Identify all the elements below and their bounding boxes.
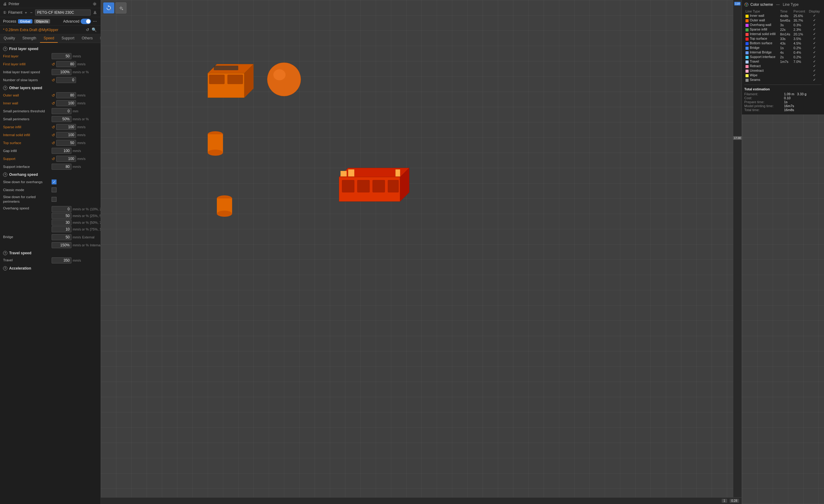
- filament-add-button[interactable]: +: [24, 10, 28, 16]
- tab-speed[interactable]: Speed: [40, 34, 58, 43]
- tab-support[interactable]: Support: [58, 34, 78, 43]
- param-unit-outer-wall: mm/s: [77, 93, 86, 97]
- param-input-overhang-3[interactable]: [51, 220, 72, 226]
- color-table-row: Bottom surface 43s 4.5% ✓: [744, 41, 822, 45]
- total-label-model-print: Model printing time:: [744, 104, 781, 108]
- param-unit-bridge-external: mm/s: [73, 235, 81, 239]
- param-input-initial-layer-travel[interactable]: [51, 69, 72, 75]
- color-cell-display[interactable]: ✓: [807, 78, 822, 82]
- color-cell-display[interactable]: ✓: [807, 64, 822, 69]
- objects-badge[interactable]: Objects: [34, 19, 50, 23]
- color-cell-display[interactable]: ✓: [807, 32, 822, 36]
- total-val-prepare: 1s: [784, 100, 788, 104]
- filament-profile-input[interactable]: [35, 9, 91, 16]
- checkbox-slow-down-curled[interactable]: [51, 197, 57, 202]
- param-input-outer-wall[interactable]: [56, 92, 76, 98]
- color-dot: [745, 65, 748, 68]
- param-input-internal-solid-infill[interactable]: [56, 132, 76, 138]
- section-travel-speed: ? Travel speed: [0, 249, 100, 256]
- advanced-toggle-switch[interactable]: [81, 19, 91, 24]
- param-input-first-layer-infill[interactable]: [56, 61, 76, 67]
- color-cell-display[interactable]: ✓: [807, 54, 822, 59]
- param-initial-layer-travel: Initial layer travel speed mm/s or %: [0, 68, 100, 76]
- spin-icon-internal-solid-infill[interactable]: ↺: [51, 133, 55, 137]
- param-input-support-interface[interactable]: [51, 164, 72, 170]
- profile-search-button[interactable]: 🔍: [91, 27, 97, 33]
- object-cylinder-1[interactable]: [208, 131, 223, 156]
- printer-settings-button[interactable]: [92, 1, 97, 7]
- param-input-small-perimeters[interactable]: [51, 116, 72, 122]
- color-cell-display[interactable]: ✓: [807, 18, 822, 23]
- param-input-overhang-4[interactable]: [51, 226, 72, 232]
- color-table-row: Sparse infill 22s 2.3% ✓: [744, 27, 822, 32]
- param-label-support: Support: [3, 157, 50, 161]
- color-table-body: Inner wall 4m8s 25.6% ✓ Outer wall 5m45s…: [744, 13, 822, 82]
- advanced-toggle: Advanced ⋯: [63, 18, 97, 24]
- global-badge[interactable]: Global: [18, 19, 32, 23]
- object-1[interactable]: [208, 64, 253, 98]
- color-cell-display[interactable]: ✓: [807, 36, 822, 41]
- param-input-sparse-infill[interactable]: [56, 124, 76, 130]
- color-cell-percent: 0.2%: [792, 45, 807, 50]
- color-cell-display[interactable]: ✓: [807, 13, 822, 18]
- color-table-row: Seams ✓: [744, 78, 822, 82]
- tab-others[interactable]: Others: [78, 34, 96, 43]
- color-cell-display[interactable]: ✓: [807, 50, 822, 54]
- color-cell-name: Inner wall: [744, 13, 779, 18]
- settings-scroll-area: ? First layer speed First layer mm/s Fir…: [0, 43, 100, 504]
- tab-quality[interactable]: Quality: [0, 34, 19, 43]
- color-cell-display[interactable]: ✓: [807, 59, 822, 64]
- object-2[interactable]: [339, 168, 409, 202]
- spin-icon-inner-wall[interactable]: ↺: [51, 101, 55, 106]
- param-input-small-perimeters-threshold[interactable]: [51, 108, 72, 114]
- color-cell-name: Internal solid infill: [744, 32, 779, 36]
- profile-reset-button[interactable]: ↺: [85, 27, 90, 33]
- param-input-bridge-external[interactable]: [51, 234, 72, 240]
- ruler-bottom-value: 17.00: [733, 136, 742, 140]
- color-cell-percent: 7.0%: [792, 59, 807, 64]
- spin-icon-sparse-infill[interactable]: ↺: [51, 125, 55, 129]
- section-icon-other-layers: ?: [3, 86, 7, 90]
- color-cell-display[interactable]: ✓: [807, 41, 822, 45]
- checkbox-classic-mode[interactable]: [51, 187, 57, 192]
- process-extra-button[interactable]: ⋯: [92, 18, 97, 24]
- color-cell-display[interactable]: ✓: [807, 45, 822, 50]
- param-unit-gap-infill: mm/s: [73, 149, 81, 153]
- spin-icon-support[interactable]: ↺: [51, 157, 55, 161]
- param-input-gap-infill[interactable]: [51, 148, 72, 154]
- checkbox-slow-down-overhangs[interactable]: [51, 179, 57, 184]
- filament-remove-button[interactable]: −: [30, 10, 33, 16]
- param-input-first-layer[interactable]: [51, 53, 72, 59]
- param-first-layer: First layer mm/s: [0, 52, 100, 60]
- param-input-top-surface[interactable]: [56, 140, 76, 146]
- filament-settings-button[interactable]: [93, 10, 97, 15]
- param-input-overhang-1[interactable]: [51, 206, 72, 212]
- color-table-row: Internal Bridge 4s 0.4% ✓: [744, 50, 822, 54]
- overhang-speed-row-1: mm/s or % (10%, 25%): [51, 206, 100, 212]
- param-input-bridge-internal[interactable]: [51, 242, 72, 248]
- total-val-total: 16m8s: [784, 108, 794, 112]
- color-dot: [745, 70, 748, 73]
- param-input-inner-wall[interactable]: [56, 100, 76, 106]
- param-unit-travel: mm/s: [73, 259, 81, 262]
- param-input-num-slow-layers[interactable]: [56, 77, 76, 83]
- param-input-overhang-2[interactable]: [51, 213, 72, 219]
- color-cell-display[interactable]: ✓: [807, 23, 822, 27]
- spin-icon-slow-layers[interactable]: ↺: [51, 78, 55, 83]
- filament-row: ① Filament + −: [0, 8, 100, 17]
- object-sphere[interactable]: [267, 62, 301, 96]
- spin-icon-outer-wall[interactable]: ↺: [51, 93, 55, 98]
- param-input-support[interactable]: [56, 156, 76, 162]
- spin-icon-first-layer-infill[interactable]: ↺: [51, 62, 55, 67]
- color-cell-display[interactable]: ✓: [807, 73, 822, 78]
- color-cell-display[interactable]: ✓: [807, 27, 822, 32]
- section-icon-acceleration: ?: [3, 266, 7, 270]
- color-cell-display[interactable]: ✓: [807, 69, 822, 73]
- tab-strength[interactable]: Strength: [19, 34, 40, 43]
- color-dot: [745, 51, 748, 54]
- param-input-travel[interactable]: [51, 257, 72, 263]
- spin-icon-top-surface[interactable]: ↺: [51, 141, 55, 145]
- object-cylinder-2[interactable]: [217, 196, 232, 217]
- tab-notes[interactable]: Notes: [96, 34, 101, 43]
- color-cell-time: 5m45s: [779, 18, 792, 23]
